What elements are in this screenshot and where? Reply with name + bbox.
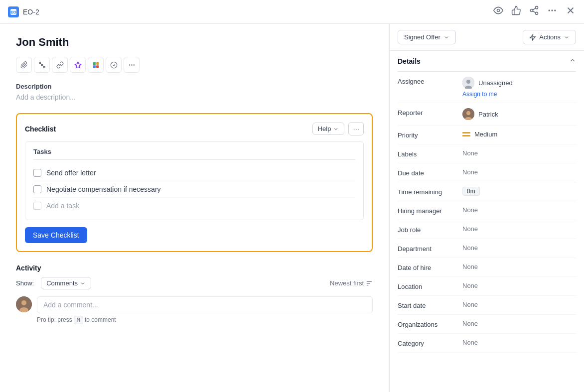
more-icon[interactable] xyxy=(547,5,557,18)
brand-icon[interactable] xyxy=(88,57,104,73)
svg-line-6 xyxy=(533,11,536,12)
user-avatar xyxy=(16,296,32,312)
reporter-row: Patrick xyxy=(462,108,576,120)
svg-point-24 xyxy=(131,64,132,65)
top-bar-left: EO EO-2 xyxy=(8,6,39,17)
svg-rect-20 xyxy=(96,62,99,64)
detail-key-start-date: Start date xyxy=(398,301,462,309)
detail-value-labels: None xyxy=(462,149,576,157)
svg-point-25 xyxy=(134,64,134,65)
detail-key-assignee: Assignee xyxy=(398,77,462,85)
detail-row-labels: Labels None xyxy=(398,144,576,163)
detail-row-category: Category None xyxy=(398,334,576,353)
show-label: Show: xyxy=(16,279,34,287)
add-task-row: Add a task xyxy=(33,198,355,214)
top-bar: EO EO-2 xyxy=(0,0,584,24)
checklist-more-button[interactable]: ··· xyxy=(348,122,364,135)
page-title: Jon Smith xyxy=(16,36,373,49)
detail-row-organizations: Organizations None xyxy=(398,315,576,334)
detail-value-organizations: None xyxy=(462,320,576,327)
detail-row-assignee: Assignee Unassigned Assign to me xyxy=(398,72,576,103)
tasks-label: Tasks xyxy=(33,148,355,160)
svg-rect-13 xyxy=(39,62,40,63)
activity-header: Activity xyxy=(16,264,373,272)
detail-row-priority: Priority Medium xyxy=(398,126,576,144)
detail-value-job-role: None xyxy=(462,225,576,233)
detail-row-job-role: Job role None xyxy=(398,220,576,239)
tasks-card: Tasks Send offer letter Negotiate compen… xyxy=(25,141,364,220)
sort-button[interactable]: Newest first xyxy=(330,279,373,287)
svg-point-8 xyxy=(552,10,553,11)
comment-input[interactable]: Add a comment... xyxy=(37,296,373,313)
detail-key-date-of-hire: Date of hire xyxy=(398,263,462,271)
detail-key-location: Location xyxy=(398,282,462,290)
detail-key-category: Category xyxy=(398,339,462,347)
svg-line-16 xyxy=(40,63,41,65)
shortcut-key: M xyxy=(74,316,83,324)
close-icon[interactable] xyxy=(565,5,576,18)
detail-key-time-remaining: Time remaining xyxy=(398,187,462,196)
like-icon[interactable] xyxy=(511,5,521,18)
comments-dropdown[interactable]: Comments xyxy=(41,277,91,289)
svg-marker-18 xyxy=(75,62,81,68)
detail-key-department: Department xyxy=(398,244,462,253)
detail-key-job-role: Job role xyxy=(398,225,462,234)
assignee-name: Unassigned xyxy=(462,77,576,89)
hierarchy-icon[interactable] xyxy=(34,57,50,73)
assign-to-me-link[interactable]: Assign to me xyxy=(462,91,576,98)
svg-rect-19 xyxy=(93,62,95,64)
details-section: Details Assignee Unassigned xyxy=(390,51,584,353)
help-button[interactable]: Help xyxy=(312,123,345,135)
svg-point-23 xyxy=(111,62,117,68)
detail-row-hiring-manager: Hiring manager None xyxy=(398,201,576,220)
description-label: Description xyxy=(16,83,373,90)
activity-section: Activity Show: Comments Newest first xyxy=(16,264,373,323)
main-layout: Jon Smith xyxy=(0,24,584,392)
watch-icon[interactable] xyxy=(493,5,503,18)
detail-row-due-date: Due date None xyxy=(398,163,576,182)
detail-row-time-remaining: Time remaining 0m xyxy=(398,182,576,201)
assignee-avatar xyxy=(462,77,474,89)
top-bar-right xyxy=(493,5,576,18)
svg-point-2 xyxy=(497,9,500,12)
share-icon[interactable] xyxy=(529,5,539,18)
detail-value-time-remaining: 0m xyxy=(462,187,576,195)
collapse-icon[interactable] xyxy=(569,57,576,65)
detail-value-assignee: Unassigned Assign to me xyxy=(462,77,576,98)
svg-point-3 xyxy=(536,6,538,9)
svg-point-9 xyxy=(555,10,556,11)
detail-row-date-of-hire: Date of hire None xyxy=(398,258,576,277)
reporter-name: Patrick xyxy=(478,111,498,118)
link-icon[interactable] xyxy=(52,57,68,73)
task-checkbox-1[interactable] xyxy=(33,169,41,177)
priority-row: Medium xyxy=(462,131,576,138)
detail-row-reporter: Reporter Patrick xyxy=(398,103,576,126)
status-button[interactable]: Signed Offer xyxy=(398,30,456,44)
task-checkbox-2[interactable] xyxy=(33,185,41,193)
time-badge: 0m xyxy=(462,187,480,196)
left-panel: Jon Smith xyxy=(0,24,389,392)
checkmark-icon[interactable] xyxy=(106,57,122,73)
detail-key-reporter: Reporter xyxy=(398,108,462,117)
detail-row-department: Department None xyxy=(398,239,576,258)
details-title: Details xyxy=(398,57,421,65)
svg-marker-33 xyxy=(530,34,536,40)
actions-button[interactable]: Actions xyxy=(523,30,576,44)
attachment-icon[interactable] xyxy=(16,57,32,73)
svg-rect-41 xyxy=(462,135,470,136)
priority-icon[interactable] xyxy=(70,57,86,73)
svg-point-35 xyxy=(466,80,470,84)
task-item-2: Negotiate compensation if necessary xyxy=(33,181,355,198)
checklist-header: Checklist Help ··· xyxy=(25,122,364,135)
detail-value-priority: Medium xyxy=(462,131,576,138)
svg-point-38 xyxy=(466,111,470,115)
detail-key-labels: Labels xyxy=(398,149,462,158)
add-task-checkbox[interactable] xyxy=(33,202,41,210)
detail-key-hiring-manager: Hiring manager xyxy=(398,206,462,215)
description-placeholder[interactable]: Add a description... xyxy=(16,93,373,101)
detail-row-location: Location None xyxy=(398,277,576,296)
add-task-placeholder[interactable]: Add a task xyxy=(46,202,79,210)
activity-show-row: Show: Comments Newest first xyxy=(16,277,373,289)
save-checklist-button[interactable]: Save Checklist xyxy=(25,227,87,243)
more-toolbar-icon[interactable] xyxy=(124,57,140,73)
